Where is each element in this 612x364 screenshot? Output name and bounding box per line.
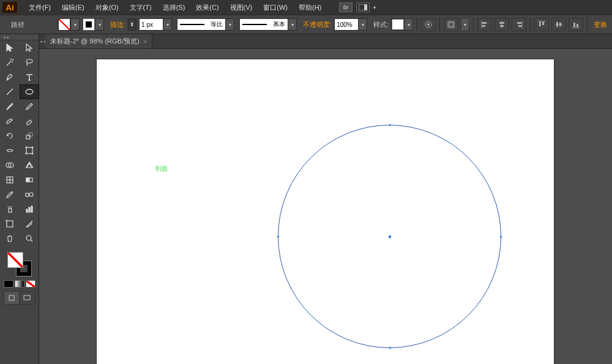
align-left-icon[interactable] — [477, 18, 492, 31]
svg-rect-8 — [482, 25, 485, 27]
variable-width-profile[interactable]: 等比 — [177, 18, 234, 31]
shape-builder-tool[interactable] — [0, 158, 20, 173]
blend-tool[interactable] — [20, 187, 39, 202]
svg-rect-40 — [26, 178, 29, 182]
opacity-label: 不透明度: — [303, 20, 332, 29]
recolor-icon[interactable] — [421, 18, 436, 31]
svg-rect-45 — [29, 207, 30, 212]
artboard-tool[interactable] — [0, 217, 20, 231]
anchor-point-left[interactable] — [277, 235, 280, 238]
menu-view[interactable]: 视图(V) — [225, 1, 258, 14]
selection-tool[interactable] — [0, 40, 20, 55]
stroke-swatch[interactable] — [82, 18, 104, 31]
perspective-grid-tool[interactable] — [20, 158, 39, 173]
align-top-icon[interactable] — [534, 18, 549, 31]
align-bottom-icon[interactable] — [569, 18, 583, 31]
app-logo: Ai — [2, 2, 17, 13]
menu-file[interactable]: 文件(F) — [23, 1, 56, 14]
svg-rect-7 — [482, 22, 487, 24]
canvas[interactable]: 剖面 — [39, 49, 612, 364]
ellipse-path[interactable] — [278, 125, 501, 348]
hand-tool[interactable] — [0, 231, 20, 246]
menu-window[interactable]: 窗口(W) — [258, 1, 293, 14]
document-area: 未标题-2* @ 98% (RGB/预览) × 剖面 — [39, 34, 612, 364]
opacity-input[interactable]: 100% — [334, 18, 367, 31]
svg-rect-44 — [26, 209, 28, 212]
magic-wand-tool[interactable] — [0, 55, 20, 70]
bridge-icon[interactable]: Br — [339, 2, 353, 12]
workspace-dropdown-icon[interactable]: ▾ — [373, 5, 376, 10]
transform-link[interactable]: 变换 — [594, 20, 607, 29]
menu-help[interactable]: 帮助(H) — [293, 1, 327, 14]
brush-definition[interactable]: 基本 — [239, 18, 297, 31]
align-hcenter-icon[interactable] — [494, 18, 509, 31]
anchor-point-right[interactable] — [499, 235, 502, 238]
center-point[interactable] — [389, 236, 391, 238]
svg-rect-16 — [539, 22, 541, 26]
width-tool[interactable] — [0, 143, 20, 158]
column-graph-tool[interactable] — [20, 202, 39, 217]
svg-rect-29 — [26, 147, 32, 154]
svg-point-26 — [26, 89, 33, 94]
options-bar: 路径 描边: ⬍ 1 px 等比 基本 不透明度: 100% 样式: 变换 — [0, 15, 612, 34]
color-mode-gradient[interactable] — [15, 280, 24, 288]
workspace-layout-button[interactable] — [356, 2, 370, 12]
stroke-width-input[interactable]: 1 px — [139, 18, 172, 31]
symbol-sprayer-tool[interactable] — [0, 202, 20, 217]
tabs-collapse-handle[interactable] — [39, 34, 45, 48]
svg-rect-1 — [364, 4, 367, 10]
pencil-tool[interactable] — [20, 99, 39, 114]
mesh-tool[interactable] — [0, 173, 20, 187]
eraser-tool[interactable] — [20, 114, 39, 128]
anchor-point-top[interactable] — [388, 124, 391, 127]
menu-type[interactable]: 文字(T) — [124, 1, 157, 14]
draw-normal-icon[interactable] — [4, 292, 20, 304]
type-tool[interactable] — [20, 70, 39, 84]
free-transform-tool[interactable] — [20, 143, 39, 158]
align-to-dropdown[interactable] — [461, 18, 469, 31]
svg-point-42 — [29, 193, 33, 196]
svg-point-3 — [427, 23, 430, 26]
menu-object[interactable]: 对象(O) — [90, 1, 124, 14]
fill-color-box[interactable] — [7, 252, 23, 268]
fill-stroke-indicator[interactable] — [7, 252, 32, 277]
line-tool[interactable] — [0, 84, 20, 99]
color-mode-solid[interactable] — [4, 280, 13, 288]
anchor-point-bottom[interactable] — [388, 346, 391, 349]
document-tab-title: 未标题-2* @ 98% (RGB/预览) — [50, 37, 140, 46]
svg-line-25 — [7, 89, 13, 95]
graphic-style[interactable] — [391, 18, 413, 31]
screen-mode-icon[interactable] — [20, 292, 35, 304]
rotate-tool[interactable] — [0, 128, 20, 143]
gradient-tool[interactable] — [20, 173, 39, 187]
pen-tool[interactable] — [0, 70, 20, 84]
menu-edit[interactable]: 编辑(E) — [56, 1, 90, 14]
toolbox-collapse-handle[interactable] — [0, 34, 39, 40]
document-tab[interactable]: 未标题-2* @ 98% (RGB/预览) × — [45, 34, 152, 48]
svg-point-31 — [32, 147, 33, 148]
svg-rect-53 — [24, 295, 30, 300]
zoom-tool[interactable] — [20, 231, 39, 246]
svg-rect-27 — [26, 135, 30, 139]
menu-select[interactable]: 选择(S) — [157, 1, 191, 14]
direct-selection-tool[interactable] — [20, 40, 39, 55]
color-mode-none[interactable] — [26, 280, 35, 288]
paintbrush-tool[interactable] — [0, 99, 20, 114]
svg-rect-13 — [517, 22, 521, 24]
lasso-tool[interactable] — [20, 55, 39, 70]
ellipse-tool[interactable] — [20, 84, 39, 99]
svg-rect-41 — [26, 193, 29, 196]
menu-bar: Ai 文件(F) 编辑(E) 对象(O) 文字(T) 选择(S) 效果(C) 视… — [0, 0, 612, 15]
align-selection-icon[interactable] — [444, 18, 458, 31]
fill-swatch[interactable] — [58, 18, 80, 31]
close-tab-icon[interactable]: × — [143, 38, 147, 45]
stroke-width-link[interactable]: ⬍ — [128, 18, 136, 31]
svg-rect-52 — [9, 295, 14, 300]
menu-effect[interactable]: 效果(C) — [190, 1, 224, 14]
align-right-icon[interactable] — [512, 18, 526, 31]
blob-brush-tool[interactable] — [0, 114, 20, 128]
scale-tool[interactable] — [20, 128, 39, 143]
slice-tool[interactable] — [20, 217, 39, 231]
align-vcenter-icon[interactable] — [551, 18, 566, 31]
eyedropper-tool[interactable] — [0, 187, 20, 202]
